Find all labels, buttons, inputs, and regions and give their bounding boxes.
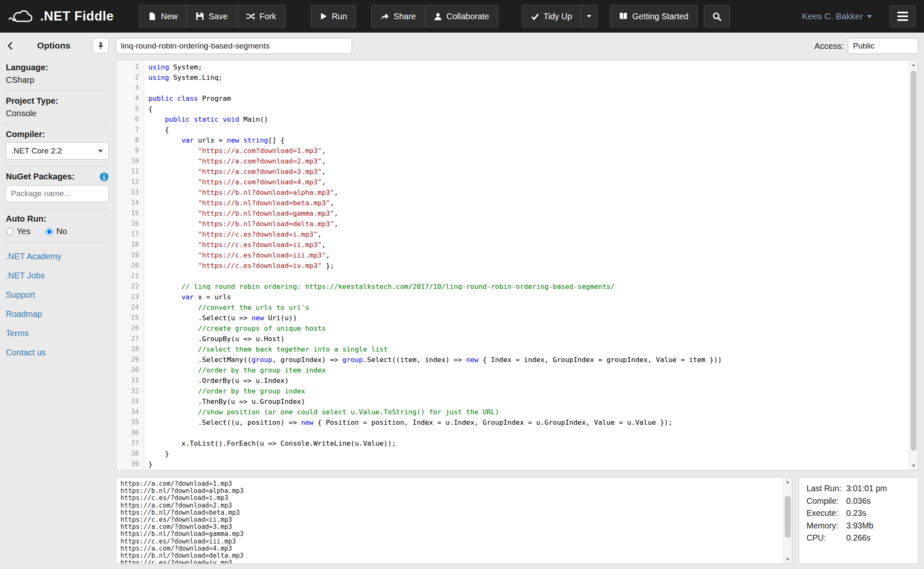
share-button[interactable]: Share xyxy=(371,5,425,28)
search-button[interactable] xyxy=(704,5,730,28)
line-number: 23 xyxy=(116,292,144,302)
nuget-label: NuGet Packages: xyxy=(6,172,75,181)
code-line: "https://c.es?download=iii.mp3", xyxy=(148,250,907,260)
editor-scrollbar[interactable]: ▲ ▼ xyxy=(909,60,918,470)
code-line xyxy=(148,271,907,281)
sidebar-link[interactable]: .NET Academy xyxy=(6,252,109,261)
collapse-sidebar-button[interactable] xyxy=(6,41,15,51)
tidy-up-dropdown-button[interactable] xyxy=(581,5,597,28)
autorun-no-radio[interactable] xyxy=(46,228,53,235)
language-value: CSharp xyxy=(6,75,109,85)
scroll-down-arrow[interactable]: ▼ xyxy=(909,461,918,470)
scroll-up-arrow[interactable]: ▲ xyxy=(784,477,792,486)
stat-row: Compile:0.036s xyxy=(807,497,910,505)
brand-logo[interactable]: .NET Fiddle xyxy=(8,8,114,25)
user-dropdown[interactable]: Kees C. Bakker xyxy=(802,11,872,21)
menu-button[interactable] xyxy=(890,5,916,27)
code-line: "https://c.es?download=ii.mp3", xyxy=(148,240,907,250)
book-icon xyxy=(619,12,628,20)
code-line: //convert the urls to uri's xyxy=(148,302,907,313)
line-number: 20 xyxy=(116,260,144,271)
line-number: 8 xyxy=(116,135,144,145)
line-number: 30 xyxy=(116,365,144,375)
code-line: using System.Linq; xyxy=(148,72,907,83)
line-number: 26 xyxy=(116,323,144,334)
code-line: { xyxy=(148,125,907,135)
share-button-label: Share xyxy=(393,12,416,21)
access-input[interactable] xyxy=(848,38,918,54)
code-line: .SelectMany((group, groupIndex) => group… xyxy=(148,355,907,365)
search-button-group xyxy=(704,5,730,28)
code-line: .Select(u => new Uri(u)) xyxy=(148,313,907,323)
run-stats-panel: Last Run:3:01:01 pmCompile:0.036sExecute… xyxy=(799,477,918,564)
output-row: https://a.com/?download=1.mp3 https://b.… xyxy=(116,477,918,564)
getting-started-button-label: Getting Started xyxy=(632,12,689,21)
code-line: "https://b.nl?download=delta.mp3", xyxy=(148,219,907,229)
autorun-yes-radio[interactable] xyxy=(6,228,13,235)
line-number: 14 xyxy=(116,198,144,208)
code-line: "https://a.com?download=4.mp3", xyxy=(148,177,907,187)
line-number: 12 xyxy=(116,177,144,187)
line-number: 17 xyxy=(116,229,144,240)
code-line: "https://b.nl?download=beta.mp3", xyxy=(148,198,907,208)
sidebar-links: .NET Academy.NET JobsSupportRoadmapTerms… xyxy=(6,252,109,367)
code-line: //order by the group index xyxy=(148,386,907,396)
nuget-package-input[interactable] xyxy=(6,185,109,202)
info-icon[interactable] xyxy=(100,172,109,181)
line-number: 25 xyxy=(116,313,144,323)
code-editor[interactable]: 1234567891011121314151617181920212223242… xyxy=(116,60,918,470)
fork-button[interactable]: Fork xyxy=(237,5,286,28)
sidebar-link[interactable]: Terms xyxy=(6,329,109,338)
line-number: 24 xyxy=(116,302,144,313)
output-scrollbar[interactable]: ▲ ▼ xyxy=(783,477,792,564)
code-line xyxy=(148,83,907,93)
editor-gutter: 1234567891011121314151617181920212223242… xyxy=(116,60,144,470)
getting-started-group: Getting Started xyxy=(610,5,698,28)
compiler-label: Compiler: xyxy=(6,130,109,139)
share-icon xyxy=(380,13,389,20)
collaborate-button[interactable]: Collaborate xyxy=(425,5,498,28)
save-button[interactable]: Save xyxy=(186,5,237,28)
editor-code[interactable]: using System;using System.Linq;public cl… xyxy=(144,60,918,470)
divider xyxy=(6,91,109,91)
divider xyxy=(6,243,109,243)
run-button[interactable]: Run xyxy=(311,5,357,28)
sidebar-link[interactable]: Roadmap xyxy=(6,309,109,319)
line-number: 22 xyxy=(116,281,144,292)
code-line: .GroupBy(u => u.Host) xyxy=(148,334,907,344)
code-line: .OrderBy(u => u.Index) xyxy=(148,375,907,386)
line-number: 13 xyxy=(116,187,144,198)
compiler-selected-value: .NET Core 2.2 xyxy=(11,146,62,156)
pin-icon xyxy=(97,42,105,49)
scroll-up-arrow[interactable]: ▲ xyxy=(909,60,918,69)
code-line: var x = urls xyxy=(148,292,907,302)
stats-table: Last Run:3:01:01 pmCompile:0.036sExecute… xyxy=(807,484,910,542)
line-number: 39 xyxy=(116,459,144,469)
line-number: 35 xyxy=(116,417,144,428)
pin-sidebar-button[interactable] xyxy=(93,38,109,53)
fiddle-title-input[interactable] xyxy=(116,38,352,54)
autorun-yes-option[interactable]: Yes xyxy=(6,227,31,236)
line-number: 21 xyxy=(116,271,144,281)
new-button[interactable]: New xyxy=(139,5,187,28)
line-number: 37 xyxy=(116,438,144,449)
scrollbar-thumb[interactable] xyxy=(785,496,791,538)
sidebar-link[interactable]: Contact us xyxy=(6,348,109,357)
stat-row: Execute:0.23s xyxy=(807,509,910,518)
getting-started-button[interactable]: Getting Started xyxy=(610,5,698,28)
tidy-up-button[interactable]: Tidy Up xyxy=(522,5,581,28)
line-number: 31 xyxy=(116,375,144,386)
scrollbar-thumb[interactable] xyxy=(911,71,916,451)
code-line: "https://a.com?download=2.mp3", xyxy=(148,156,907,166)
compiler-select[interactable]: .NET Core 2.2 xyxy=(6,142,109,160)
sidebar-link[interactable]: .NET Jobs xyxy=(6,271,109,281)
code-line: x.ToList().ForEach(u => Console.WriteLin… xyxy=(148,438,907,449)
fork-button-label: Fork xyxy=(260,12,276,21)
scroll-down-arrow[interactable]: ▼ xyxy=(784,555,792,564)
autorun-no-option[interactable]: No xyxy=(46,227,67,236)
fork-icon xyxy=(246,12,255,20)
line-number: 18 xyxy=(116,240,144,250)
autorun-label: Auto Run: xyxy=(6,214,109,224)
sidebar-title: Options xyxy=(15,41,93,51)
sidebar-link[interactable]: Support xyxy=(6,290,109,300)
